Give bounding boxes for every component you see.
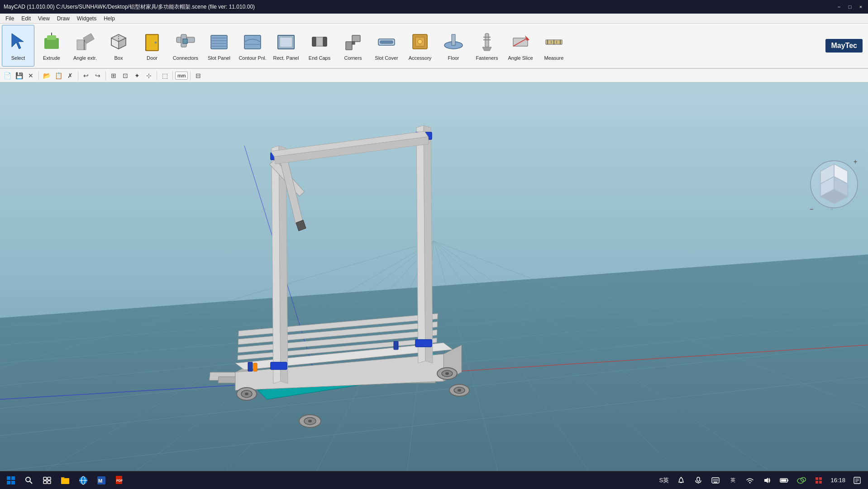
tool-slot-panel-label: Slot Panel bbox=[208, 55, 230, 61]
search-taskbar-button[interactable] bbox=[22, 473, 36, 488]
tool-door[interactable]: Door bbox=[136, 25, 168, 67]
browser-button[interactable] bbox=[76, 473, 91, 488]
svg-rect-163 bbox=[819, 481, 822, 484]
taskbar-right: S英 英 bbox=[657, 473, 864, 488]
menu-view[interactable]: View bbox=[34, 14, 53, 23]
svg-rect-4 bbox=[77, 40, 86, 50]
tool-slot-cover[interactable]: Slot Cover bbox=[370, 25, 403, 67]
wifi-icon[interactable] bbox=[743, 473, 757, 488]
close-button[interactable]: × bbox=[857, 3, 864, 10]
cancel-button[interactable]: ✗ bbox=[65, 70, 76, 81]
menu-draw[interactable]: Draw bbox=[53, 14, 73, 23]
tool-contour-pnl[interactable]: Contour Pnl. bbox=[236, 25, 269, 67]
svg-line-133 bbox=[30, 481, 32, 484]
3d-viewport[interactable]: Perspective bbox=[0, 82, 868, 471]
menu-edit[interactable]: Edit bbox=[18, 14, 34, 23]
maximize-button[interactable]: □ bbox=[846, 3, 854, 10]
wechat-icon[interactable] bbox=[794, 473, 809, 488]
notification-icon[interactable] bbox=[674, 473, 688, 488]
tool-door-label: Door bbox=[147, 55, 157, 61]
main-toolbar: Select Extrude Angle extr. bbox=[0, 24, 868, 69]
svg-rect-138 bbox=[61, 478, 69, 484]
keyboard-icon[interactable] bbox=[708, 473, 723, 488]
tool-angle-slice[interactable]: Angle Slice bbox=[504, 25, 537, 67]
tool-end-caps[interactable]: End Caps bbox=[303, 25, 336, 67]
tool-accessory[interactable]: Accessory bbox=[404, 25, 436, 67]
mic-icon[interactable] bbox=[691, 473, 706, 488]
tool-floor-label: Floor bbox=[448, 55, 459, 61]
close-file-button[interactable]: ✕ bbox=[25, 70, 36, 81]
tool-select[interactable]: Select bbox=[2, 25, 34, 67]
svg-rect-136 bbox=[43, 481, 47, 484]
floor-icon bbox=[442, 30, 465, 53]
tool-rect-panel-label: Rect. Panel bbox=[273, 55, 299, 61]
open-button[interactable]: 📂 bbox=[41, 70, 52, 81]
svg-rect-128 bbox=[7, 476, 10, 480]
svg-rect-90 bbox=[248, 362, 253, 371]
connectors-icon bbox=[174, 30, 197, 53]
svg-rect-113 bbox=[415, 340, 432, 347]
svg-rect-131 bbox=[11, 481, 15, 484]
start-button[interactable] bbox=[4, 473, 18, 488]
clock[interactable]: 16:18 bbox=[829, 477, 847, 484]
redo-button[interactable]: ↪ bbox=[92, 70, 103, 81]
svg-rect-20 bbox=[211, 35, 227, 49]
undo-button[interactable]: ↩ bbox=[81, 70, 91, 81]
tool-connectors-label: Connectors bbox=[173, 55, 198, 61]
extra-icon[interactable] bbox=[811, 473, 826, 488]
grid-toggle-button[interactable]: ⊟ bbox=[193, 70, 204, 81]
svg-rect-30 bbox=[312, 37, 316, 46]
menu-file[interactable]: File bbox=[2, 14, 18, 23]
save-button[interactable]: 💾 bbox=[14, 70, 24, 81]
measure-icon bbox=[542, 30, 566, 53]
slot-panel-icon bbox=[207, 30, 231, 53]
pdf-button[interactable]: PDF bbox=[112, 473, 127, 488]
tool-rect-panel[interactable]: Rect. Panel bbox=[270, 25, 302, 67]
file-explorer-button[interactable] bbox=[58, 473, 72, 488]
snap3-button[interactable]: ✦ bbox=[132, 70, 143, 81]
minimize-button[interactable]: − bbox=[835, 3, 843, 10]
tool-connectors[interactable]: Connectors bbox=[169, 25, 202, 67]
tool-contour-pnl-label: Contour Pnl. bbox=[238, 55, 266, 61]
tool-slot-panel[interactable]: Slot Panel bbox=[203, 25, 235, 67]
tool-fasteners[interactable]: Fasteners bbox=[471, 25, 503, 67]
input-method-icon[interactable]: 英 bbox=[725, 473, 740, 488]
tool-corners[interactable]: Corners bbox=[337, 25, 369, 67]
menu-help[interactable]: Help bbox=[100, 14, 119, 23]
battery-icon[interactable] bbox=[777, 473, 792, 488]
svg-rect-148 bbox=[697, 477, 700, 481]
task-view-button[interactable] bbox=[40, 473, 54, 488]
tool-angle-extr-label: Angle extr. bbox=[73, 55, 97, 61]
svg-text:PDF: PDF bbox=[116, 479, 123, 482]
menu-widgets[interactable]: Widgets bbox=[73, 14, 100, 23]
tool-select-label: Select bbox=[11, 55, 25, 61]
svg-rect-92 bbox=[394, 341, 398, 350]
snap4-button[interactable]: ⊹ bbox=[143, 70, 154, 81]
svg-rect-129 bbox=[11, 476, 15, 480]
maycad-taskbar-button[interactable]: M bbox=[94, 473, 109, 488]
notification-center-button[interactable] bbox=[850, 473, 864, 488]
new-file-button[interactable]: 📄 bbox=[2, 70, 13, 81]
svg-rect-19 bbox=[183, 39, 187, 43]
title-bar: MayCAD (11.010.00) C:/Users/SUNHAWK/Desk… bbox=[0, 0, 868, 14]
window-controls: − □ × bbox=[835, 3, 864, 10]
snap2-button[interactable]: ⊡ bbox=[120, 70, 131, 81]
tool-extrude[interactable]: Extrude bbox=[35, 25, 68, 67]
select-icon bbox=[6, 30, 30, 53]
volume-icon[interactable] bbox=[760, 473, 774, 488]
tool-floor[interactable]: Floor bbox=[437, 25, 470, 67]
save-as-button[interactable]: 📋 bbox=[53, 70, 64, 81]
door-icon bbox=[140, 30, 164, 53]
ime-icon[interactable]: S英 bbox=[657, 473, 671, 488]
tool-box[interactable]: Box bbox=[102, 25, 135, 67]
navigation-cube[interactable]: + − ⌂ bbox=[809, 155, 854, 209]
snap-button[interactable]: ⊞ bbox=[108, 70, 119, 81]
svg-rect-130 bbox=[7, 481, 10, 484]
separator-5 bbox=[172, 71, 173, 80]
unit-selector[interactable]: mm bbox=[175, 72, 188, 80]
svg-text:⌂: ⌂ bbox=[830, 206, 833, 211]
tool-angle-extr[interactable]: Angle extr. bbox=[69, 25, 101, 67]
select-box-button[interactable]: ⬚ bbox=[159, 70, 170, 81]
svg-rect-28 bbox=[280, 37, 292, 47]
tool-measure[interactable]: Measure bbox=[538, 25, 570, 67]
